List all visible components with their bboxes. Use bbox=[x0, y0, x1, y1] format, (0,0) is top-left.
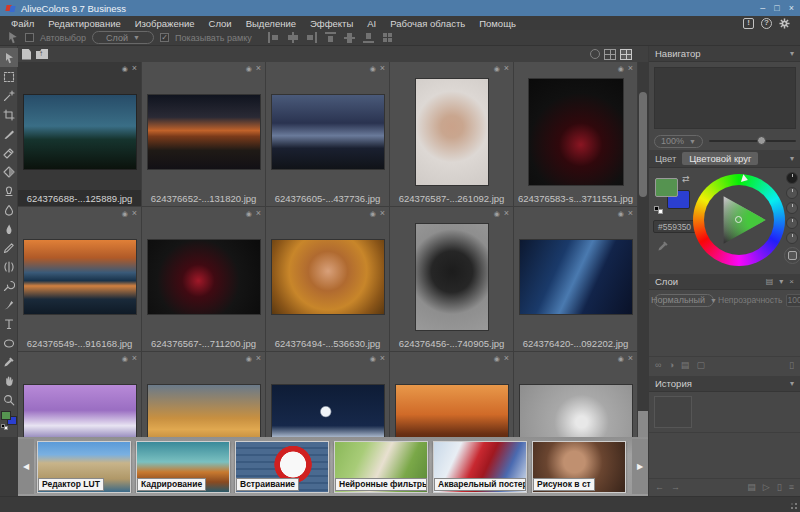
opacity-dropdown[interactable]: 100▼ bbox=[786, 294, 800, 307]
float-window-icon[interactable]: ◉ bbox=[370, 355, 376, 362]
menu-item-выделение[interactable]: Выделение bbox=[239, 18, 303, 29]
navigator-header[interactable]: Навигатор ▾ bbox=[649, 46, 800, 62]
folder-icon[interactable]: ▤ bbox=[681, 360, 690, 370]
autoselect-checkbox[interactable]: ✓ bbox=[25, 33, 34, 42]
document-tile[interactable]: ◉× bbox=[514, 352, 638, 437]
tab-color[interactable]: Цвет bbox=[655, 153, 676, 164]
smudge-tool[interactable] bbox=[0, 219, 18, 238]
float-window-icon[interactable]: ◉ bbox=[122, 210, 128, 217]
default-colors-icon[interactable] bbox=[654, 206, 664, 215]
document-tile[interactable]: ◉×624376652-...131820.jpg bbox=[142, 62, 266, 207]
dial-1[interactable] bbox=[786, 187, 798, 199]
close-icon[interactable]: × bbox=[256, 64, 261, 73]
document-tile[interactable]: ◉×624376420-...092202.jpg bbox=[514, 207, 638, 352]
document-tile[interactable]: ◉×624376456-...740905.jpg bbox=[390, 207, 514, 352]
float-window-icon[interactable]: ◉ bbox=[618, 355, 624, 362]
float-window-icon[interactable]: ◉ bbox=[494, 65, 500, 72]
menu-item-изображение[interactable]: Изображение bbox=[128, 18, 202, 29]
layers-header[interactable]: Слои ▤ ▾ × bbox=[649, 274, 800, 290]
color-wheel[interactable] bbox=[693, 174, 785, 266]
layer-select-dropdown[interactable]: Слой▼ bbox=[92, 31, 154, 44]
shape-tool[interactable] bbox=[0, 333, 18, 352]
play-icon[interactable]: ▷ bbox=[763, 482, 770, 492]
eraser-tool[interactable] bbox=[0, 143, 18, 162]
chevron-down-icon[interactable]: ▾ bbox=[790, 154, 794, 163]
foreground-color-swatch[interactable] bbox=[655, 178, 678, 197]
dial-2[interactable] bbox=[786, 202, 798, 214]
chevron-down-icon[interactable]: ▾ bbox=[790, 379, 794, 388]
history-brush-tool[interactable] bbox=[0, 276, 18, 295]
trash-icon[interactable]: ▯ bbox=[777, 482, 782, 492]
redo-arrow-icon[interactable]: → bbox=[671, 482, 680, 492]
document-tile[interactable]: ◉×624376567-...711200.jpg bbox=[142, 207, 266, 352]
document-tile[interactable]: ◉× bbox=[266, 352, 390, 437]
art-brush-tool[interactable] bbox=[0, 295, 18, 314]
layout-grid-icon[interactable] bbox=[382, 32, 393, 43]
layer-stack-icon[interactable]: ▤ bbox=[766, 277, 774, 286]
photo-thumbnail-hat-red-rose[interactable] bbox=[529, 79, 623, 185]
photo-thumbnail-night-city[interactable] bbox=[24, 95, 136, 169]
new-file-icon[interactable] bbox=[22, 49, 31, 60]
menu-item-ai[interactable]: AI bbox=[360, 18, 383, 29]
strip-scroll-right-arrow[interactable]: ▶ bbox=[632, 439, 648, 494]
show-frame-checkbox[interactable]: ✓ bbox=[160, 33, 169, 42]
photo-thumbnail-ballerina[interactable] bbox=[520, 385, 632, 437]
float-window-icon[interactable]: ◉ bbox=[494, 355, 500, 362]
history-header[interactable]: История ▾ bbox=[649, 376, 800, 392]
align-center-h-icon[interactable] bbox=[287, 32, 298, 43]
new-layer-icon[interactable]: ▢ bbox=[696, 360, 705, 370]
photo-thumbnail-orange-ridge[interactable] bbox=[396, 385, 508, 437]
window-view-icon[interactable] bbox=[604, 49, 616, 60]
document-tile[interactable]: ◉× bbox=[18, 352, 142, 437]
photo-thumbnail-moon-snow[interactable] bbox=[272, 385, 384, 437]
menu-item-редактирование[interactable]: Редактирование bbox=[41, 18, 127, 29]
grid-view-icon[interactable] bbox=[620, 49, 632, 60]
photo-thumbnail-portrait-light[interactable] bbox=[416, 79, 488, 185]
float-window-icon[interactable]: ◉ bbox=[122, 355, 128, 362]
float-window-icon[interactable]: ◉ bbox=[122, 65, 128, 72]
close-icon[interactable]: × bbox=[132, 64, 137, 73]
crop-tool[interactable] bbox=[0, 105, 18, 124]
preset-thumbnail-boats[interactable]: Кадрирование bbox=[136, 441, 230, 493]
align-bottom-icon[interactable] bbox=[363, 32, 374, 43]
photo-thumbnail-mountain-sunrise[interactable] bbox=[24, 240, 136, 314]
preset-thumbnail-boy-turtle[interactable]: Нейронные фильтры bbox=[334, 441, 428, 493]
dial-3[interactable] bbox=[786, 217, 798, 229]
align-top-icon[interactable] bbox=[325, 32, 336, 43]
close-icon[interactable]: × bbox=[628, 64, 633, 73]
float-window-icon[interactable]: ◉ bbox=[618, 65, 624, 72]
document-tile[interactable]: ◉×624376549-...916168.jpg bbox=[18, 207, 142, 352]
pencil-tool[interactable] bbox=[0, 238, 18, 257]
close-button[interactable]: × bbox=[789, 1, 794, 15]
chevron-down-icon[interactable]: ▾ bbox=[779, 277, 783, 286]
trash-icon[interactable]: ▯ bbox=[789, 360, 794, 370]
open-file-icon[interactable] bbox=[36, 49, 48, 59]
eyedropper-tool[interactable] bbox=[0, 352, 18, 371]
float-window-icon[interactable]: ◉ bbox=[370, 210, 376, 217]
clone-stamp-tool[interactable] bbox=[0, 181, 18, 200]
close-icon[interactable]: × bbox=[380, 209, 385, 218]
close-icon[interactable]: × bbox=[628, 354, 633, 363]
slider-handle[interactable] bbox=[757, 136, 766, 145]
undo-arrow-icon[interactable]: ← bbox=[655, 482, 664, 492]
document-tile[interactable]: ◉×624376494-...536630.jpg bbox=[266, 207, 390, 352]
hue-marker[interactable] bbox=[741, 174, 749, 183]
preset-thumbnail-poster[interactable]: Акварельный постер bbox=[433, 441, 527, 493]
document-tile[interactable]: ◉× bbox=[142, 352, 266, 437]
symmetry-tool[interactable] bbox=[0, 257, 18, 276]
document-tile[interactable]: ◉×624376583-s...3711551.jpg bbox=[514, 62, 638, 207]
help-icon[interactable]: ? bbox=[761, 18, 772, 29]
eyedropper-icon[interactable] bbox=[657, 240, 669, 254]
foreground-color-swatch[interactable] bbox=[1, 411, 11, 420]
float-window-icon[interactable]: ◉ bbox=[370, 65, 376, 72]
swap-colors-icon[interactable]: ⇄ bbox=[682, 174, 690, 184]
blend-mode-dropdown[interactable]: Нормальный▼ bbox=[654, 294, 714, 307]
marquee-tool[interactable] bbox=[0, 67, 18, 86]
preset-thumbnail-laugh[interactable]: Рисунок в ст bbox=[532, 441, 626, 493]
move-tool[interactable] bbox=[0, 48, 18, 67]
document-tile[interactable]: ◉×624376605-...437736.jpg bbox=[266, 62, 390, 207]
brush-tool[interactable] bbox=[0, 124, 18, 143]
document-tile[interactable]: ◉× bbox=[390, 352, 514, 437]
close-icon[interactable]: × bbox=[504, 64, 509, 73]
close-icon[interactable]: × bbox=[504, 354, 509, 363]
